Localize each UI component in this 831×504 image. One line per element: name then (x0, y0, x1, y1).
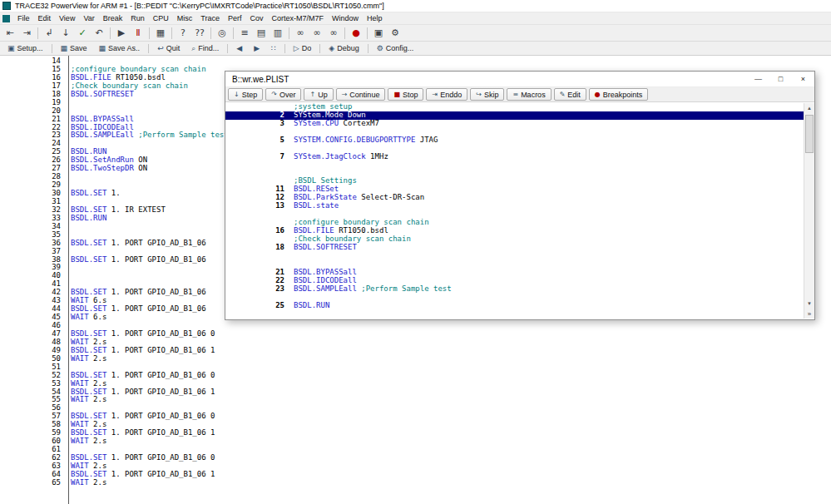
skip-button[interactable]: ↪Skip (470, 88, 504, 101)
menu-item-misc[interactable]: Misc (173, 12, 197, 25)
var-query-icon[interactable]: ?? (191, 26, 208, 41)
line-number: 16 (225, 227, 289, 235)
editor-line[interactable]: 62BSDL.SET 1. PORT GPIO_AD_B1_06 0 (0, 454, 831, 462)
button-label: Config... (386, 44, 414, 52)
editor-line[interactable]: 55WAIT 2.s (0, 396, 831, 404)
close-button[interactable]: × (792, 72, 814, 86)
menu-item-help[interactable]: Help (363, 12, 387, 25)
watch-icon[interactable]: ∞ (292, 26, 309, 41)
menu-item-cortexm7m7f[interactable]: Cortex-M7/M7F (267, 12, 328, 25)
registers-icon[interactable]: ◎ (214, 26, 230, 41)
step-down-icon[interactable]: ↓ (57, 26, 74, 41)
peripherals-icon[interactable]: ▥ (270, 26, 286, 41)
tile-button[interactable]: ∷ (265, 42, 282, 55)
plist-title-bar[interactable]: B::wr.we.PLIST — □ × (225, 72, 814, 87)
menu-item-perf[interactable]: Perf (224, 12, 246, 25)
dump-icon[interactable]: ▦ (152, 26, 169, 41)
setup-button[interactable]: ▣Setup... (2, 42, 49, 55)
plist-line[interactable]: 5SYSTEM.CONFIG.DEBUGPORTTYPE JTAG (225, 136, 804, 145)
plist-toolbar: ↓Step↷Over↑Up→Continue■Stop⇥Enddo↪Skip≡M… (225, 87, 814, 102)
breakpoint-list-icon[interactable]: ● (348, 26, 364, 41)
scroll-up-icon[interactable]: ▲ (804, 103, 814, 113)
menu-item-cov[interactable]: Cov (245, 12, 267, 25)
breakpoints-button[interactable]: ●Breakpoints (589, 88, 649, 101)
menu-item-view[interactable]: View (55, 12, 79, 25)
code-text: BSDL.SOFTRESET (65, 91, 134, 99)
plist-line[interactable]: 25BSDL.RUN (225, 302, 804, 310)
save-button[interactable]: ▦Save (55, 42, 93, 55)
enddo-button[interactable]: ⇥Enddo (426, 88, 467, 101)
undo-icon[interactable]: ↶ (91, 26, 107, 41)
scroll-left-button[interactable]: ◀ (230, 42, 248, 55)
editor-line[interactable]: 52BSDL.SET 1. PORT GPIO_AD_B1_06 0 (0, 372, 831, 380)
toolbar-separator (227, 44, 228, 53)
plist-line[interactable]: 7SYStem.JtagClock 1MHz (225, 153, 804, 161)
menu-item-window[interactable]: Window (328, 12, 363, 25)
editor-line[interactable]: 57BSDL.SET 1. PORT GPIO_AD_B1_06 0 (0, 413, 831, 421)
macros-button[interactable]: ≡Macros (507, 88, 551, 101)
step-button[interactable]: ↓Step (228, 88, 263, 101)
list-icon[interactable]: ≡ (236, 26, 253, 41)
scrollbar-thumb[interactable] (805, 115, 814, 153)
line-number: 25 (225, 302, 289, 310)
edit-button[interactable]: ✎Edit (554, 88, 586, 101)
plist-line[interactable] (225, 252, 804, 260)
plist-line[interactable]: 13BSDL.state (225, 202, 804, 210)
find-button[interactable]: ⌕Find... (185, 42, 225, 55)
stop-button[interactable]: ■Stop (388, 88, 423, 101)
editor-line[interactable]: 64BSDL.SET 1. PORT GPIO_AD_B1_06 1 (0, 471, 831, 479)
code-text: SYSTEM.CONFIG.DEBUGPORTTYPE JTAG (289, 136, 438, 145)
memory-icon[interactable]: ▤ (253, 26, 270, 41)
quit-icon: ↩ (157, 44, 164, 52)
break-icon[interactable]: Ⅱ (130, 26, 146, 41)
maximize-button[interactable]: □ (769, 72, 792, 86)
editor-line[interactable]: 65WAIT 2.s (0, 479, 831, 487)
editor-line[interactable]: 59BSDL.SET 1. PORT GPIO_AD_B1_06 1 (0, 429, 831, 437)
chip-icon[interactable]: ▣ (370, 26, 387, 41)
nav-forward-icon[interactable]: ⇥ (18, 26, 35, 41)
vertical-scrollbar[interactable]: ▲ ▼ » (804, 103, 814, 319)
menu-item-file[interactable]: File (13, 12, 34, 25)
config-button[interactable]: ⚙Config... (371, 42, 420, 55)
do-button[interactable]: ▷Do (288, 42, 317, 55)
step-return-icon[interactable]: ↲ (41, 26, 57, 41)
plist-line[interactable]: 18BSDL.SOFTRESET (225, 244, 804, 252)
scrollbar-track[interactable] (804, 113, 814, 299)
title-bar[interactable]: TRACE32 PowerView for ARM #1 - [B::PEDIT… (0, 0, 831, 12)
editor-line[interactable]: 50WAIT 2.s (0, 355, 831, 363)
scroll-right-icon: ▶ (254, 44, 260, 52)
editor-line[interactable]: 47BSDL.SET 1. PORT GPIO_AD_B1_06 0 (0, 330, 831, 338)
editor-line[interactable]: 60WAIT 2.s (0, 437, 831, 446)
menu-item-run[interactable]: Run (126, 12, 149, 25)
over-button[interactable]: ↷Over (265, 88, 301, 101)
tools-icon[interactable]: ⚙ (387, 26, 403, 41)
scroll-right-button[interactable]: ▶ (248, 42, 265, 55)
up-button[interactable]: ↑Up (304, 88, 333, 101)
watch-local-icon[interactable]: ∞ (325, 26, 342, 41)
menu-item-edit[interactable]: Edit (34, 12, 56, 25)
button-label: Continue (349, 91, 379, 99)
code-text: WAIT 2.s (65, 479, 106, 487)
help-icon[interactable]: ? (175, 26, 191, 41)
plist-line[interactable] (225, 161, 804, 170)
nav-back-icon[interactable]: ⇤ (2, 26, 18, 41)
over-icon: ↷ (271, 91, 277, 98)
scroll-down-icon[interactable]: ▼ (804, 299, 814, 309)
menu-item-cpu[interactable]: CPU (149, 12, 173, 25)
check-icon[interactable]: ✓ (74, 26, 91, 41)
menu-item-break[interactable]: Break (99, 12, 127, 25)
minimize-button[interactable]: — (747, 72, 769, 86)
menu-item-trace[interactable]: Trace (196, 12, 224, 25)
plist-line[interactable]: 3SYStem.CPU CortexM7 (225, 120, 804, 128)
debug-button[interactable]: ◈Debug (323, 42, 364, 55)
watch-var-icon[interactable]: ∞ (309, 26, 325, 41)
continue-button[interactable]: →Continue (336, 88, 386, 101)
menu-item-var[interactable]: Var (79, 12, 98, 25)
quit-button[interactable]: ↩Quit (151, 42, 185, 55)
editor-line[interactable]: 54BSDL.SET 1. PORT GPIO_AD_B1_06 1 (0, 388, 831, 397)
plist-line[interactable]: 23BSDL.SAMPLEall ;Perform Sample test (225, 285, 804, 294)
scroll-more-icon[interactable]: » (804, 309, 814, 319)
editor-line[interactable]: 49BSDL.SET 1. PORT GPIO_AD_B1_06 1 (0, 347, 831, 355)
go-icon[interactable]: ▶ (113, 26, 130, 41)
save-as-button[interactable]: ▦Save As.. (93, 42, 146, 55)
